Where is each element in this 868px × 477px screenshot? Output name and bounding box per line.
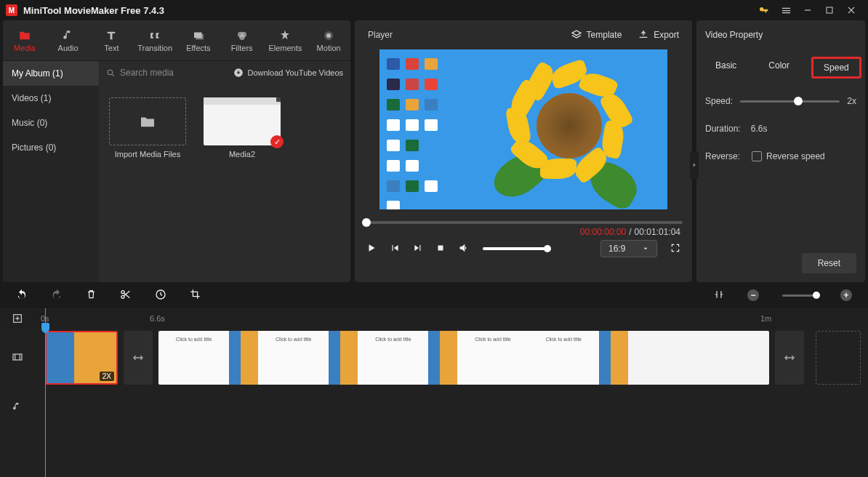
- play-button[interactable]: [366, 243, 377, 255]
- delete-button[interactable]: [86, 289, 97, 302]
- total-time: 00:01:01:04: [635, 227, 680, 237]
- add-clip-placeholder[interactable]: [816, 331, 861, 385]
- tab-filters[interactable]: Filters: [220, 20, 264, 60]
- zoom-out-button[interactable]: −: [747, 289, 759, 301]
- tab-transition[interactable]: Transition: [133, 20, 177, 60]
- template-icon: [571, 29, 582, 41]
- reverse-checkbox-label: Reverse speed: [766, 151, 825, 161]
- reverse-label: Reverse:: [705, 151, 740, 161]
- tab-label: Audio: [58, 44, 79, 52]
- fullscreen-button[interactable]: [670, 243, 680, 255]
- volume-slider[interactable]: [483, 247, 548, 250]
- playhead-handle[interactable]: [41, 323, 49, 333]
- tab-label: Transition: [137, 44, 172, 52]
- video-track-icon[interactable]: [12, 351, 23, 365]
- sidebar-item-music[interactable]: Music (0): [3, 111, 99, 135]
- media-thumbnail[interactable]: ✓: [204, 97, 281, 145]
- prev-frame-button[interactable]: [390, 243, 400, 255]
- minimize-button[interactable]: [797, 0, 819, 20]
- tab-media[interactable]: Media: [3, 20, 47, 60]
- license-key-icon[interactable]: [753, 0, 775, 20]
- speed-edit-button[interactable]: [155, 289, 166, 302]
- speed-badge: 2X: [100, 372, 114, 381]
- redo-button[interactable]: [51, 289, 63, 302]
- split-button[interactable]: [120, 289, 132, 302]
- tab-speed[interactable]: Speed: [811, 57, 861, 79]
- duration-label: Duration:: [705, 124, 741, 134]
- seek-bar[interactable]: [364, 221, 683, 224]
- timeline-ruler[interactable]: 0s 6.6s 1m: [0, 308, 868, 329]
- undo-button[interactable]: [16, 289, 28, 302]
- time-separator: /: [629, 227, 631, 237]
- audio-track-icon[interactable]: [12, 401, 23, 414]
- svg-rect-14: [438, 245, 443, 250]
- volume-handle[interactable]: [544, 245, 551, 252]
- speed-label: Speed:: [705, 96, 733, 106]
- ruler-mark: 6.6s: [150, 314, 165, 323]
- timeline-fit-button[interactable]: [714, 289, 724, 302]
- svg-point-10: [326, 33, 331, 38]
- close-button[interactable]: [840, 0, 862, 20]
- tab-label: Elements: [268, 44, 302, 52]
- speed-slider[interactable]: [740, 100, 840, 103]
- download-label: Download YouTube Videos: [248, 68, 344, 77]
- download-icon: [233, 68, 244, 78]
- tab-effects[interactable]: Effects: [177, 20, 220, 60]
- collapse-panel-button[interactable]: [690, 151, 699, 179]
- transition-slot[interactable]: [775, 331, 804, 385]
- timeline-clip-2[interactable]: Click to add title Click to add title Cl…: [158, 331, 769, 385]
- tab-audio[interactable]: Audio: [47, 20, 90, 60]
- svg-rect-1: [827, 7, 832, 13]
- export-button[interactable]: Export: [638, 29, 679, 41]
- duration-value: 6.6s: [751, 124, 768, 134]
- menu-icon[interactable]: [775, 0, 797, 20]
- sidebar-item-videos[interactable]: Videos (1): [3, 86, 99, 111]
- template-label: Template: [587, 30, 622, 40]
- folder-icon: [140, 115, 156, 128]
- playhead[interactable]: [45, 308, 46, 477]
- export-label: Export: [654, 30, 679, 40]
- zoom-handle[interactable]: [813, 292, 820, 299]
- maximize-button[interactable]: [819, 0, 840, 20]
- tab-motion[interactable]: Motion: [307, 20, 350, 60]
- tab-label: Effects: [186, 44, 210, 52]
- tab-basic[interactable]: Basic: [705, 57, 747, 79]
- search-placeholder: Search media: [120, 68, 174, 78]
- import-media-button[interactable]: [109, 97, 186, 145]
- seek-handle[interactable]: [362, 218, 371, 227]
- export-icon: [638, 29, 649, 41]
- sidebar-item-myalbum[interactable]: My Album (1): [3, 61, 99, 86]
- property-title: Video Property: [696, 20, 865, 49]
- window-title: MiniTool MovieMaker Free 7.4.3: [23, 5, 164, 16]
- speed-handle[interactable]: [794, 97, 803, 105]
- next-frame-button[interactable]: [413, 243, 423, 255]
- crop-button[interactable]: [190, 289, 201, 302]
- sidebar-item-pictures[interactable]: Pictures (0): [3, 135, 99, 160]
- svg-rect-5: [196, 33, 204, 39]
- download-youtube-link[interactable]: Download YouTube Videos: [233, 68, 344, 78]
- template-button[interactable]: Template: [571, 29, 622, 41]
- chevron-down-icon: [642, 245, 649, 252]
- tab-color[interactable]: Color: [758, 57, 800, 79]
- reset-button[interactable]: Reset: [802, 253, 856, 273]
- aspect-ratio-select[interactable]: 16:9: [600, 240, 657, 257]
- zoom-slider[interactable]: [782, 294, 817, 297]
- speed-value: 2x: [847, 96, 856, 106]
- stop-button[interactable]: [436, 244, 445, 254]
- volume-button[interactable]: [458, 242, 470, 256]
- tab-label: Text: [104, 44, 118, 52]
- zoom-in-button[interactable]: +: [840, 289, 852, 301]
- tab-label: Media: [14, 44, 36, 52]
- svg-line-12: [112, 74, 114, 76]
- tab-elements[interactable]: Elements: [264, 20, 308, 60]
- aspect-value: 16:9: [608, 244, 625, 254]
- media-label: Media2: [229, 150, 255, 159]
- app-logo: M: [6, 4, 17, 16]
- add-track-button[interactable]: [12, 313, 23, 326]
- transition-slot[interactable]: [124, 331, 153, 385]
- timeline-clip-1[interactable]: 2X: [45, 331, 118, 385]
- search-input[interactable]: Search media: [106, 68, 226, 78]
- tab-text[interactable]: Text: [90, 20, 134, 60]
- reverse-checkbox[interactable]: [752, 151, 762, 161]
- svg-point-8: [239, 34, 245, 40]
